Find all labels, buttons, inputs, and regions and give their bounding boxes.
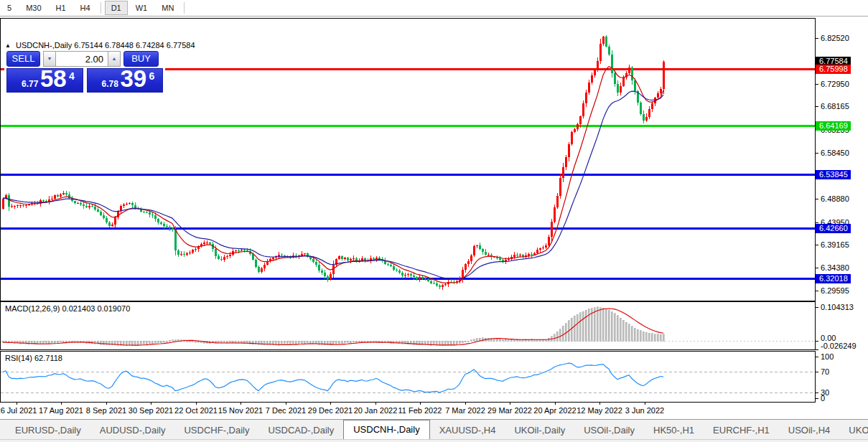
date-tick-label: 29 Dec 2021 [308, 406, 353, 415]
macd-tick-mark [816, 307, 818, 308]
price-tick-label: 6.58450 [821, 149, 849, 157]
price-tick-label: 6.72950 [821, 80, 849, 88]
price-level-tag-blue: 6.32018 [816, 274, 851, 283]
timeframe-button-5[interactable]: 5 [1, 1, 18, 15]
chart-tab-usoil-daily[interactable]: USOil-,Daily [574, 422, 644, 439]
rsi-chart-canvas[interactable] [1, 352, 815, 402]
price-tick-label: 6.82520 [821, 34, 849, 42]
date-tick-label: 11 Feb 2022 [398, 406, 442, 415]
chart-tab-ukoil-h4[interactable]: UKOil-,H4 [839, 422, 868, 439]
status-bar [0, 439, 868, 442]
chart-tab-usdcad-daily[interactable]: USDCAD-,Daily [258, 422, 343, 439]
price-tick-mark [816, 84, 818, 85]
price-level-tag-blue: 6.42660 [816, 224, 851, 233]
chart-tab-audusd-daily[interactable]: AUDUSD-,Daily [90, 422, 175, 439]
timeframe-button-d1[interactable]: D1 [105, 1, 128, 15]
price-tick-label: 6.68165 [821, 102, 849, 110]
date-tick-mark [599, 403, 600, 405]
chart-tab-usdchf-daily[interactable]: USDCHF-,Daily [174, 422, 258, 439]
timeframe-toolbar: 5M30H1H4D1W1MN [0, 0, 868, 17]
timeframe-button-w1[interactable]: W1 [129, 1, 154, 15]
macd-tick-label: -0.026249 [821, 342, 857, 350]
rsi-tick-label: 0 [821, 394, 825, 403]
chart-tab-eurchf-h1[interactable]: EURCHF-,H1 [704, 422, 779, 439]
chart-close-value: 6.77584 [167, 41, 195, 50]
date-axis[interactable]: 26 Jul 202117 Aug 20218 Sep 202130 Sep 2… [0, 403, 816, 418]
date-tick-label: 3 Jun 2022 [625, 406, 664, 415]
volume-input[interactable] [56, 51, 108, 67]
price-tick-mark [816, 106, 818, 107]
chart-tab-xauusd-h4[interactable]: XAUUSD-,H4 [430, 422, 505, 439]
date-tick-label: 26 Jul 2021 [0, 406, 37, 415]
sell-price-point: 4 [69, 70, 75, 82]
trading-terminal-window: 5M30H1H4D1W1MN ▲ USDCNH-,Daily 6.75144 6… [0, 0, 868, 442]
toolbar-separator [101, 2, 101, 14]
chart-tab-bar: EURUSD-,DailyAUDUSD-,DailyUSDCHF-,DailyU… [0, 419, 868, 439]
price-axis[interactable]: 6.825206.729506.681656.632356.584506.488… [816, 18, 868, 403]
chart-low-value: 6.74284 [136, 41, 164, 50]
chart-open-value: 6.75144 [74, 41, 103, 50]
macd-indicator-pane[interactable]: MACD(12,26,9) 0.021403 0.019070 [0, 301, 816, 350]
sell-button[interactable]: SELL [6, 51, 40, 67]
rsi-tick-mark [816, 398, 818, 399]
rsi-tick-mark [816, 372, 818, 372]
rsi-tick-label: 100 [821, 352, 834, 361]
timeframe-button-h1[interactable]: H1 [50, 1, 73, 15]
rsi-tick-label: 70 [821, 367, 829, 376]
triangle-up-icon: ▲ [112, 56, 117, 61]
date-tick-mark [241, 403, 241, 405]
macd-tick-label: 0.104313 [821, 303, 854, 311]
date-tick-mark [151, 403, 151, 405]
timeframe-button-h4[interactable]: H4 [74, 1, 97, 15]
rsi-indicator-pane[interactable]: RSI(14) 62.7118 [0, 351, 816, 403]
sell-price-handle: 6.77 [22, 79, 38, 89]
rsi-label: RSI(14) 62.7118 [5, 354, 62, 362]
price-level-tag-blue: 6.53845 [816, 170, 851, 179]
timeframe-button-m30[interactable]: M30 [19, 1, 47, 15]
buy-price-pips: 39 [121, 65, 147, 93]
date-tick-mark [555, 403, 556, 405]
chart-tab-usdcnh-daily[interactable]: USDCNH-,Daily [343, 420, 429, 439]
volume-increase-button[interactable]: ▲ [108, 51, 121, 67]
date-tick-mark [465, 403, 466, 405]
date-tick-label: 29 Mar 2022 [487, 406, 532, 415]
chart-tab-eurusd-daily[interactable]: EURUSD-,Daily [6, 422, 90, 439]
sell-price-pips: 58 [40, 65, 67, 93]
chart-tab-usoil-h4[interactable]: USOil-,H4 [779, 422, 840, 439]
volume-decrease-button[interactable]: ▼ [43, 51, 56, 67]
price-tick-mark [816, 153, 818, 154]
date-tick-mark [510, 403, 510, 405]
one-click-trade-panel: SELL ▼ ▲ BUY 6.77 58 4 6.78 39 6 [4, 50, 165, 95]
date-tick-mark [286, 403, 286, 405]
timeframe-button-mn[interactable]: MN [155, 1, 180, 15]
chart-tab-hk50-h1[interactable]: HK50-,H1 [644, 422, 704, 439]
price-tick-label: 6.48880 [821, 194, 849, 203]
macd-label: MACD(12,26,9) 0.021403 0.019070 [5, 304, 130, 313]
date-tick-label: 20 Apr 2022 [533, 406, 576, 415]
buy-price-point: 6 [149, 70, 155, 82]
date-tick-label: 20 Jan 2022 [354, 406, 398, 415]
date-tick-mark [196, 403, 197, 405]
date-tick-label: 7 Mar 2022 [445, 406, 485, 415]
price-tick-mark [816, 268, 818, 268]
price-tick-label: 6.39165 [821, 240, 849, 249]
rsi-tick-mark [816, 392, 818, 393]
date-tick-mark [61, 403, 62, 405]
chart-title: ▲ USDCNH-,Daily 6.75144 6.78448 6.74284 … [5, 41, 195, 50]
buy-button[interactable]: BUY [123, 51, 159, 67]
date-tick-label: 30 Sep 2021 [129, 406, 173, 415]
sell-price-display[interactable]: 6.77 58 4 [6, 68, 83, 93]
main-chart-pane[interactable]: ▲ USDCNH-,Daily 6.75144 6.78448 6.74284 … [0, 18, 816, 301]
chart-tab-ukoil-daily[interactable]: UKOil-,Daily [505, 422, 574, 439]
macd-name: MACD(12,26,9) [5, 304, 60, 313]
date-tick-mark [375, 403, 376, 405]
rsi-tick-mark [816, 357, 818, 357]
date-tick-label: 12 May 2022 [577, 406, 622, 415]
macd-value: 0.021403 [62, 304, 95, 313]
date-tick-mark [106, 403, 107, 405]
date-tick-label: 15 Nov 2021 [218, 406, 263, 415]
price-tick-mark [816, 199, 818, 199]
price-tick-mark [816, 245, 818, 245]
buy-price-display[interactable]: 6.78 39 6 [87, 68, 164, 93]
chart-symbol-label: USDCNH-,Daily [16, 41, 72, 50]
